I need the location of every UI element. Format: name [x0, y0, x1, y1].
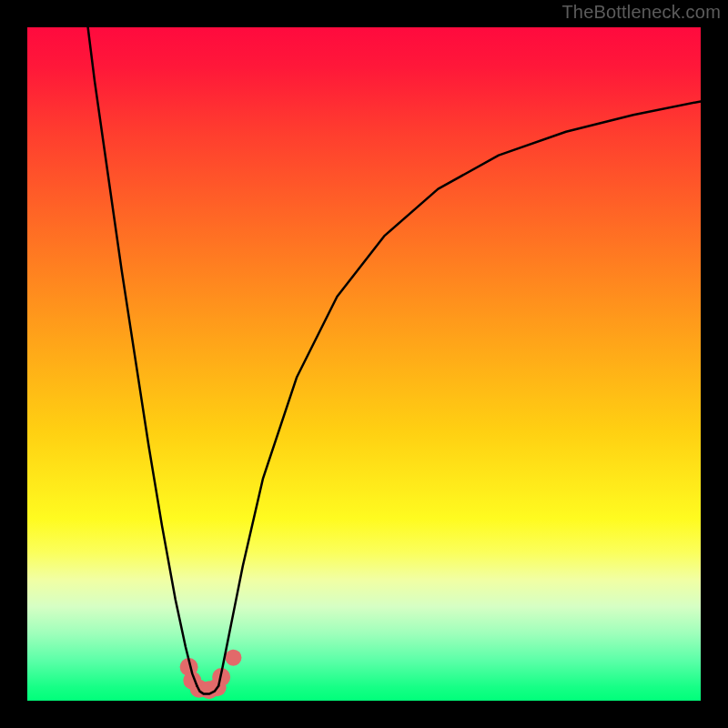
svg-point-6 — [225, 650, 241, 666]
plot-svg — [0, 0, 728, 728]
curve-right — [218, 101, 701, 685]
outer-frame: TheBottleneck.com — [0, 0, 728, 728]
watermark-text: TheBottleneck.com — [561, 2, 721, 23]
curve-left — [88, 27, 197, 686]
